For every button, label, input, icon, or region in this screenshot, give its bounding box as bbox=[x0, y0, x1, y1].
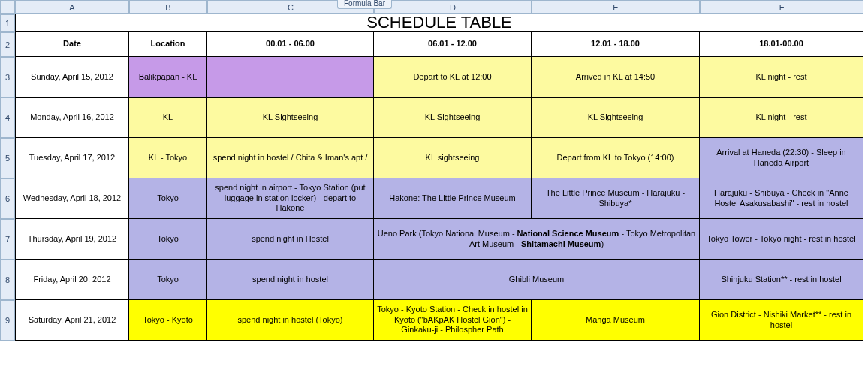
row-header-3[interactable]: 3 bbox=[0, 57, 15, 98]
cell-date[interactable]: Thursday, April 19, 2012 bbox=[15, 219, 129, 260]
cell[interactable]: KL night - rest bbox=[700, 98, 863, 138]
cell[interactable]: Tokyo - Kyoto Station - Check in hostel … bbox=[374, 300, 532, 340]
select-all-corner[interactable] bbox=[0, 0, 15, 14]
cell-date[interactable]: Wednesday, April 18, 2012 bbox=[15, 178, 129, 219]
cell[interactable]: spend night in hostel bbox=[207, 260, 374, 300]
cell[interactable]: Manga Museum bbox=[532, 300, 700, 340]
cell-text: Ueno Park (Tokyo National Museum - Natio… bbox=[377, 229, 696, 250]
cell-location[interactable]: Tokyo bbox=[129, 260, 207, 300]
row-header-2[interactable]: 2 bbox=[0, 32, 15, 57]
cell[interactable] bbox=[207, 57, 374, 98]
cell[interactable]: Shinjuku Station** - rest in hostel bbox=[700, 260, 863, 300]
cell[interactable]: spend night in hostel (Tokyo) bbox=[207, 300, 374, 340]
cell[interactable]: spend night in Hostel bbox=[207, 219, 374, 260]
cell[interactable]: Arrived in KL at 14:50 bbox=[532, 57, 700, 98]
row-header-6[interactable]: 6 bbox=[0, 178, 15, 219]
cell[interactable]: Gion District - Nishiki Market** - rest … bbox=[700, 300, 863, 340]
row-header-8[interactable]: 8 bbox=[0, 260, 15, 300]
cell-location[interactable]: KL - Tokyo bbox=[129, 138, 207, 178]
cell[interactable]: KL Sightseeing bbox=[532, 98, 700, 138]
cell[interactable]: Depart to KL at 12:00 bbox=[374, 57, 532, 98]
formula-bar-label: Formula Bar bbox=[337, 0, 392, 9]
cell-location[interactable]: Tokyo bbox=[129, 219, 207, 260]
row-header-5[interactable]: 5 bbox=[0, 138, 15, 178]
cell[interactable]: Depart from KL to Tokyo (14:00) bbox=[532, 138, 700, 178]
cell-date[interactable]: Monday, April 16, 2012 bbox=[15, 98, 129, 138]
header-time3[interactable]: 12.01 - 18.00 bbox=[532, 32, 700, 57]
cell[interactable]: Arrival at Haneda (22:30) - Sleep in Han… bbox=[700, 138, 863, 178]
cell[interactable]: Hakone: The Little Prince Museum bbox=[374, 178, 532, 219]
cell[interactable]: KL Sightseeing bbox=[374, 98, 532, 138]
cell[interactable]: Tokyo Tower - Tokyo night - rest in host… bbox=[700, 219, 863, 260]
row-header-9[interactable]: 9 bbox=[0, 300, 15, 340]
cell[interactable]: spend night in hostel / Chita & Iman's a… bbox=[207, 138, 374, 178]
cell-merged[interactable]: Ueno Park (Tokyo National Museum - Natio… bbox=[374, 219, 700, 260]
cell-location[interactable]: Tokyo - Kyoto bbox=[129, 300, 207, 340]
cell[interactable]: KL Sightseeing bbox=[207, 98, 374, 138]
cell[interactable]: KL night - rest bbox=[700, 57, 863, 98]
cell-date[interactable]: Sunday, April 15, 2012 bbox=[15, 57, 129, 98]
row-header-7[interactable]: 7 bbox=[0, 219, 15, 260]
cell-date[interactable]: Tuesday, April 17, 2012 bbox=[15, 138, 129, 178]
header-time2[interactable]: 06.01 - 12.00 bbox=[374, 32, 532, 57]
header-time4[interactable]: 18.01-00.00 bbox=[700, 32, 863, 57]
header-location[interactable]: Location bbox=[129, 32, 207, 57]
cell-date[interactable]: Friday, April 20, 2012 bbox=[15, 260, 129, 300]
spreadsheet: A B C D E F 1 SCHEDULE TABLE 2 Date Loca… bbox=[0, 0, 868, 340]
col-header-A[interactable]: A bbox=[15, 0, 129, 14]
col-header-E[interactable]: E bbox=[532, 0, 700, 14]
cell-location[interactable]: Balikpapan - KL bbox=[129, 57, 207, 98]
cell[interactable]: KL sightseeing bbox=[374, 138, 532, 178]
page-title[interactable]: SCHEDULE TABLE bbox=[15, 14, 863, 32]
cell-location[interactable]: KL bbox=[129, 98, 207, 138]
col-header-B[interactable]: B bbox=[129, 0, 207, 14]
header-date[interactable]: Date bbox=[15, 32, 129, 57]
header-time1[interactable]: 00.01 - 06.00 bbox=[207, 32, 374, 57]
col-header-F[interactable]: F bbox=[700, 0, 863, 14]
row-header-4[interactable]: 4 bbox=[0, 98, 15, 138]
cell-location[interactable]: Tokyo bbox=[129, 178, 207, 219]
row-header-1[interactable]: 1 bbox=[0, 14, 15, 32]
cell-merged[interactable]: Ghibli Museum bbox=[374, 260, 700, 300]
cell[interactable]: Harajuku - Shibuya - Check in "Anne Host… bbox=[700, 178, 863, 219]
cell[interactable]: spend night in airport - Tokyo Station (… bbox=[207, 178, 374, 219]
cell[interactable]: The Little Prince Museum - Harajuku - Sh… bbox=[532, 178, 700, 219]
cell-date[interactable]: Saturday, April 21, 2012 bbox=[15, 300, 129, 340]
